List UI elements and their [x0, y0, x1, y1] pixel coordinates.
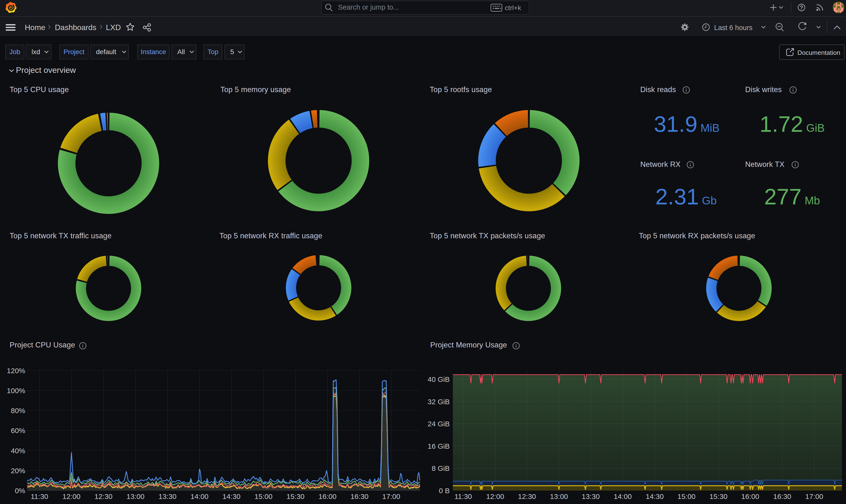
svg-text:40%: 40%	[11, 447, 25, 455]
svg-text:14:30: 14:30	[222, 492, 240, 500]
svg-text:24 GiB: 24 GiB	[427, 420, 450, 428]
svg-text:?: ?	[800, 4, 804, 11]
svg-text:0%: 0%	[15, 487, 25, 494]
svg-text:8 GiB: 8 GiB	[431, 464, 450, 472]
svg-text:14:00: 14:00	[614, 492, 632, 500]
svg-text:16:00: 16:00	[741, 492, 759, 500]
svg-text:15:00: 15:00	[254, 492, 272, 500]
svg-text:120%: 120%	[7, 367, 25, 375]
svg-text:15:30: 15:30	[286, 492, 304, 500]
svg-text:13:30: 13:30	[582, 492, 600, 500]
svg-text:12:30: 12:30	[94, 492, 112, 500]
svg-text:0 B: 0 B	[439, 487, 450, 494]
svg-text:14:30: 14:30	[646, 492, 664, 500]
svg-text:15:00: 15:00	[677, 492, 695, 500]
svg-text:11:30: 11:30	[455, 492, 472, 500]
svg-text:16 GiB: 16 GiB	[427, 442, 450, 450]
svg-text:60%: 60%	[11, 427, 25, 434]
svg-text:12:00: 12:00	[486, 492, 504, 500]
svg-text:17:00: 17:00	[382, 492, 400, 500]
svg-text:20%: 20%	[11, 467, 25, 475]
svg-text:16:00: 16:00	[318, 492, 336, 500]
svg-text:16:30: 16:30	[773, 492, 791, 500]
svg-text:13:00: 13:00	[550, 492, 568, 500]
svg-text:14:00: 14:00	[190, 492, 208, 500]
svg-text:40 GiB: 40 GiB	[427, 375, 450, 383]
svg-text:16:30: 16:30	[350, 492, 368, 500]
svg-text:12:30: 12:30	[518, 492, 536, 500]
svg-text:80%: 80%	[11, 407, 25, 415]
svg-text:17:00: 17:00	[805, 492, 823, 500]
svg-text:100%: 100%	[7, 386, 25, 395]
svg-text:13:30: 13:30	[158, 492, 176, 500]
svg-text:12:00: 12:00	[62, 492, 81, 500]
svg-text:15:30: 15:30	[709, 492, 727, 500]
svg-text:32 GiB: 32 GiB	[427, 398, 450, 406]
svg-text:13:00: 13:00	[126, 492, 144, 500]
svg-text:11:30: 11:30	[31, 492, 48, 500]
